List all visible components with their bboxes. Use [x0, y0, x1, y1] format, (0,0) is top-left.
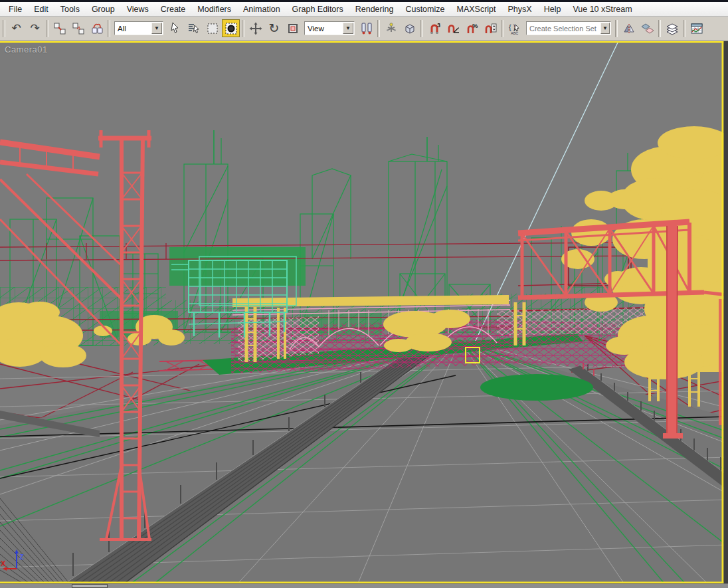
menubar: File Edit Tools Group Views Create Modif… — [0, 2, 728, 17]
toolbar-separator — [658, 20, 661, 37]
toolbar-separator — [108, 20, 110, 37]
toolbar-separator — [242, 20, 244, 37]
align-icon[interactable] — [638, 19, 656, 37]
toolbar-separator — [3, 20, 5, 37]
named-selection-combo[interactable]: ▼ — [526, 21, 611, 35]
toolbar-separator — [501, 20, 503, 37]
mirror-icon[interactable] — [620, 19, 638, 37]
menu-modifiers[interactable]: Modifiers — [191, 3, 237, 15]
bind-spacewarp-icon[interactable] — [88, 19, 106, 37]
named-selection-sets-icon[interactable]: { }ABC — [505, 19, 523, 37]
select-move-icon[interactable] — [246, 19, 264, 37]
percent-snap-icon[interactable]: % — [462, 19, 480, 37]
svg-text:ABC: ABC — [511, 31, 518, 35]
select-scale-icon[interactable] — [284, 19, 302, 37]
axis-x-label: X — [1, 559, 6, 567]
axis-z-label: Z — [19, 553, 24, 561]
svg-text:3: 3 — [437, 22, 440, 29]
angle-snap-icon[interactable] — [444, 19, 462, 37]
toolbar-separator — [420, 20, 423, 37]
viewport-scene: Z X — [0, 41, 728, 583]
chevron-down-icon[interactable]: ▼ — [343, 23, 353, 34]
spinner-snap-icon[interactable] — [481, 19, 499, 37]
menu-maxscript[interactable]: MAXScript — [450, 3, 501, 15]
menu-edit[interactable]: Edit — [28, 3, 54, 15]
layer-manager-icon[interactable] — [663, 19, 681, 37]
unlink-selection-icon[interactable] — [69, 19, 87, 37]
green-bush — [480, 374, 593, 401]
menu-customize[interactable]: Customize — [399, 3, 450, 15]
snap-toggle-icon[interactable]: 3 — [425, 19, 443, 37]
menu-physx[interactable]: PhysX — [502, 3, 538, 15]
menu-views[interactable]: Views — [121, 3, 155, 15]
viewport-name-label[interactable]: Camera01 — [5, 45, 48, 54]
reference-coordinate-dropdown[interactable]: View ▼ — [304, 21, 355, 35]
reference-coordinate-value: View — [308, 25, 324, 33]
time-slider-handle[interactable] — [72, 584, 108, 588]
menu-rendering[interactable]: Rendering — [349, 3, 400, 15]
undo-icon[interactable]: ↶ — [7, 19, 25, 37]
redo-icon[interactable]: ↷ — [26, 19, 44, 37]
select-link-icon[interactable] — [50, 19, 68, 37]
time-slider-strip[interactable] — [0, 583, 728, 588]
menu-animation[interactable]: Animation — [237, 3, 286, 15]
select-rotate-icon[interactable]: ↻ — [265, 19, 283, 37]
toolbar-separator — [615, 20, 618, 37]
select-manipulate-icon[interactable] — [382, 19, 400, 37]
crossing-selection-icon[interactable] — [222, 19, 240, 37]
menu-file[interactable]: File — [3, 3, 28, 15]
rectangular-selection-icon[interactable] — [203, 19, 221, 37]
selection-filter-dropdown[interactable]: All ▼ — [114, 21, 163, 35]
menu-help[interactable]: Help — [538, 3, 567, 15]
menu-graph-editors[interactable]: Graph Editors — [286, 3, 349, 15]
camera-viewport[interactable]: Z X Camera01 — [0, 41, 728, 583]
menu-vue-xstream[interactable]: Vue 10 xStream — [567, 3, 638, 15]
use-pivot-center-icon[interactable] — [357, 19, 375, 37]
main-toolbar: ↶ ↷ All ▼ ↻ — [0, 17, 728, 41]
chevron-down-icon[interactable]: ▼ — [151, 23, 162, 34]
chevron-down-icon[interactable]: ▼ — [600, 23, 610, 34]
selection-filter-value: All — [118, 25, 126, 33]
3dsmax-window: File Edit Tools Group Views Create Modif… — [0, 0, 728, 588]
toolbar-separator — [377, 20, 380, 37]
curve-editor-icon[interactable] — [687, 19, 705, 37]
menu-tools[interactable]: Tools — [54, 3, 86, 15]
keyboard-override-icon[interactable] — [401, 19, 418, 37]
toolbar-separator — [683, 20, 685, 37]
select-by-name-icon[interactable] — [185, 19, 203, 37]
toolbar-separator — [46, 20, 48, 37]
svg-text:%: % — [472, 22, 478, 29]
clipped-toolbar-button[interactable] — [706, 19, 711, 37]
menu-create[interactable]: Create — [155, 3, 192, 15]
menu-group[interactable]: Group — [86, 3, 121, 15]
select-object-icon[interactable] — [166, 19, 184, 37]
named-selection-input[interactable] — [529, 25, 600, 33]
